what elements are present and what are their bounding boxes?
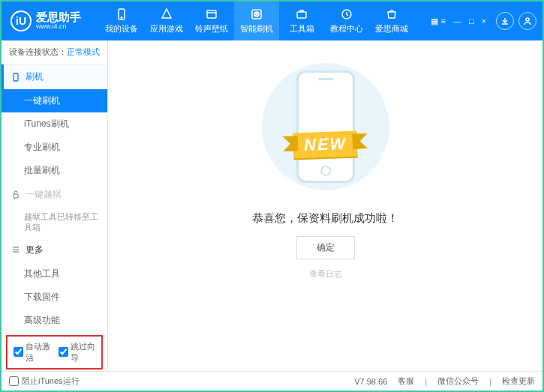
svg-rect-8 [14,194,18,198]
update-link[interactable]: 检查更新 [502,376,535,387]
nav-label: 铃声壁纸 [195,23,228,34]
service-link[interactable]: 客服 [398,376,414,387]
tutorial-icon [340,7,353,21]
checkbox-input[interactable] [14,347,23,357]
checkbox-input[interactable] [59,347,68,357]
svg-rect-7 [14,73,18,81]
option-checkboxes: 自动激活 跳过向导 [6,335,103,370]
nav-label: 爱思商城 [375,23,408,34]
toolbox-icon [295,7,308,21]
section-title: 更多 [26,244,44,256]
statusbar: 阻止iTunes运行 V7.98.66 客服 | 微信公众号 | 检查更新 [2,371,542,391]
section-header-more[interactable]: 更多 [2,238,107,262]
logo-icon: iU [11,10,32,31]
conn-label: 设备连接状态： [9,47,67,56]
maximize-button[interactable]: □ [467,16,476,25]
svg-point-6 [526,18,529,21]
sidebar: 设备连接状态：正常模式 刷机 一键刷机 iTunes刷机 专业刷机 批量刷机 一… [2,40,108,371]
close-button[interactable]: × [479,16,488,25]
svg-rect-4 [297,12,306,18]
sidebar-item-firmware[interactable]: 下载固件 [2,286,107,309]
checkbox-input[interactable] [9,376,19,386]
nav-label: 应用游戏 [150,23,183,34]
sidebar-item-advanced[interactable]: 高级功能 [2,309,107,332]
block-itunes-checkbox[interactable]: 阻止iTunes运行 [9,376,80,387]
body: 设备连接状态：正常模式 刷机 一键刷机 iTunes刷机 专业刷机 批量刷机 一… [2,40,542,371]
conn-mode: 正常模式 [67,47,100,56]
media-icon [205,7,218,21]
download-button[interactable] [496,12,514,30]
success-message: 恭喜您，保资料刷机成功啦！ [252,211,398,226]
new-ribbon: NEW [293,131,357,159]
svg-rect-2 [207,10,216,18]
svg-point-1 [121,17,122,19]
user-button[interactable] [518,12,536,30]
lock-icon [11,190,21,200]
nav-my-device[interactable]: 我的设备 [99,1,144,40]
section-jailbreak: 一键越狱 越狱工具已转移至工具箱 [2,182,107,238]
titlebar-right: ▦ ≡ — □ × [428,12,536,30]
nav-media[interactable]: 铃声壁纸 [189,1,234,40]
sidebar-item-itunes[interactable]: iTunes刷机 [2,112,107,136]
apps-icon [160,7,173,21]
sidebar-item-batch[interactable]: 批量刷机 [2,159,107,182]
connection-status: 设备连接状态：正常模式 [2,40,107,64]
nav-flash[interactable]: 智能刷机 [234,1,279,40]
nav-shop[interactable]: 爱思商城 [369,1,414,40]
success-illustration: NEW [251,63,401,190]
phone-icon [11,72,21,82]
section-header-jailbreak[interactable]: 一键越狱 [2,182,107,207]
nav-label: 教程中心 [330,23,363,34]
nav-label: 工具箱 [290,23,314,34]
checkbox-skip-guide[interactable]: 跳过向导 [59,341,96,364]
list-icon [11,244,21,255]
minimize-button[interactable]: — [451,16,464,25]
jailbreak-note: 越狱工具已转移至工具箱 [2,207,107,238]
sidebar-item-pro[interactable]: 专业刷机 [2,136,107,159]
flash-icon [250,7,263,21]
shop-icon [385,7,398,21]
main-content: NEW 恭喜您，保资料刷机成功啦！ 确定 查看日志 [108,40,542,371]
phone-graphic [296,70,355,183]
view-log-link[interactable]: 查看日志 [309,268,342,280]
nav-apps[interactable]: 应用游戏 [144,1,189,40]
wechat-link[interactable]: 微信公众号 [437,376,479,387]
window-controls: ▦ ≡ — □ × [428,16,488,26]
ok-button[interactable]: 确定 [296,236,355,259]
device-icon [115,7,128,21]
app-logo: iU 爱思助手 www.i4.cn [11,10,99,31]
checkbox-auto-activate[interactable]: 自动激活 [14,341,51,364]
app-name: 爱思助手 [36,11,81,24]
app-window: iU 爱思助手 www.i4.cn 我的设备 应用游戏 铃声壁纸 智能刷机 [0,0,544,392]
section-header-flash[interactable]: 刷机 [2,64,107,89]
sidebar-item-oneclick[interactable]: 一键刷机 [2,89,107,112]
sidebar-item-other[interactable]: 其他工具 [2,262,107,286]
section-title: 刷机 [26,70,44,83]
section-flash: 刷机 一键刷机 iTunes刷机 专业刷机 批量刷机 [2,64,107,182]
checkbox-label: 自动激活 [26,341,51,364]
nav-tutorial[interactable]: 教程中心 [324,1,369,40]
section-more: 更多 其他工具 下载固件 高级功能 [2,238,107,332]
section-title: 一键越狱 [26,188,62,201]
nav-label: 我的设备 [105,23,138,34]
nav-tools[interactable]: 工具箱 [279,1,324,40]
nav-label: 智能刷机 [240,23,273,34]
checkbox-label: 跳过向导 [71,341,96,364]
menu-button[interactable]: ▦ ≡ [428,16,447,26]
app-url: www.i4.cn [36,23,81,31]
checkbox-label: 阻止iTunes运行 [22,376,80,387]
status-right: V7.98.66 客服 | 微信公众号 | 检查更新 [354,376,535,387]
version-label: V7.98.66 [354,377,387,386]
titlebar: iU 爱思助手 www.i4.cn 我的设备 应用游戏 铃声壁纸 智能刷机 [2,1,542,40]
main-nav: 我的设备 应用游戏 铃声壁纸 智能刷机 工具箱 教程中心 [99,1,428,40]
